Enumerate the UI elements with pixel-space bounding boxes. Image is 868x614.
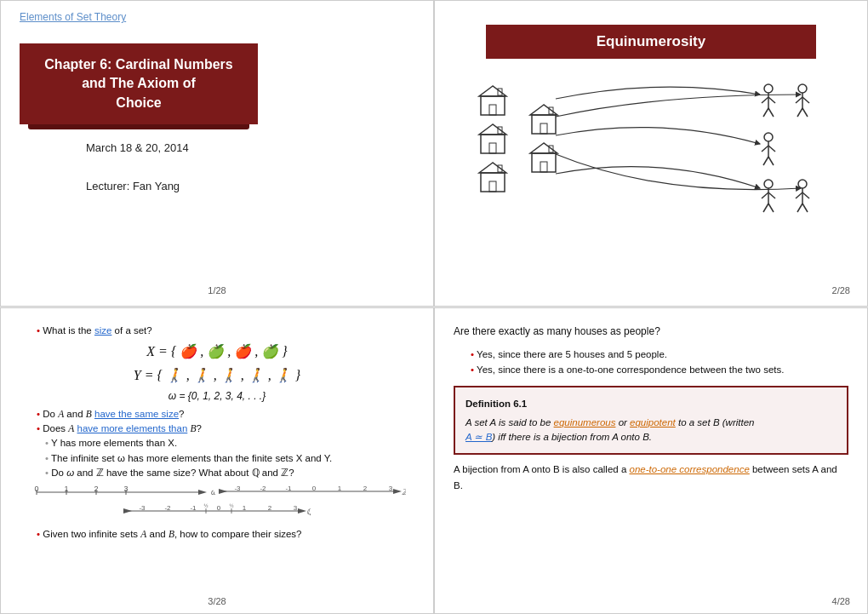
svg-rect-6: [489, 143, 496, 153]
bijection-text1: A bijection from A onto B is also called…: [454, 464, 629, 474]
svg-marker-63: [393, 489, 402, 494]
lecturer-text: Lecturer: Fan Yang: [86, 180, 180, 192]
svg-line-41: [768, 192, 775, 198]
svg-line-23: [768, 97, 775, 103]
svg-rect-2: [489, 105, 496, 115]
svg-line-29: [802, 97, 809, 103]
slide1-page-num: 1/28: [208, 285, 226, 296]
svg-rect-8: [481, 173, 505, 192]
sub-bullet-2: The infinite set ω has more elements tha…: [45, 451, 414, 466]
slide2-page-num: 2/28: [832, 285, 850, 296]
q1-suffix: of a set?: [111, 325, 151, 336]
def-text2: to a set B (written: [676, 417, 755, 428]
slide-2: Equinumerosity: [434, 0, 868, 307]
svg-text:0: 0: [311, 485, 316, 492]
one-to-one-link: one-to-one correspondence: [629, 464, 749, 474]
omega-def: ω = {0, 1, 2, 3, 4, . . .}: [20, 388, 414, 404]
svg-text:-2: -2: [164, 504, 171, 512]
def-title: Definition 6.1: [465, 396, 837, 411]
svg-text:-1: -1: [190, 504, 197, 512]
svg-line-35: [768, 146, 775, 152]
svg-text:0: 0: [217, 504, 221, 512]
slide-1: Elements of Set Theory Chapter 6: Cardin…: [0, 0, 434, 307]
svg-line-36: [763, 157, 768, 165]
svg-text:-3: -3: [139, 504, 146, 512]
svg-text:-2: -2: [260, 485, 266, 492]
slide3-bullets: What is the size of a set?: [37, 324, 414, 338]
title-line2: Choice: [116, 95, 161, 110]
svg-text:½: ½: [229, 503, 233, 508]
slide4-content: Are there exactly as many houses as peop…: [435, 308, 867, 509]
set-y-display: Y = { 🚶 , 🚶 , 🚶 , 🚶 , 🚶 }: [20, 365, 414, 386]
title-line1: Chapter 6: Cardinal Numbers and The Axio…: [44, 57, 232, 90]
slide-3: What is the size of a set? X = { 🍎 , 🍏 ,…: [0, 307, 434, 614]
svg-line-22: [762, 97, 768, 103]
svg-text:-1: -1: [285, 485, 292, 492]
more-elements-question: Does A have more elements than B?: [37, 422, 414, 436]
def-content: A set A is said to be equinumerous or eq…: [465, 416, 837, 445]
svg-text:ℚ: ℚ: [306, 508, 311, 516]
same-size-question: Do A and B have the same size?: [37, 407, 414, 422]
svg-line-47: [802, 192, 809, 198]
svg-line-31: [802, 108, 808, 117]
svg-line-30: [797, 108, 802, 117]
svg-line-43: [768, 204, 774, 212]
slide4-bullets: Yes, since there are 5 houses and 5 peop…: [471, 347, 848, 378]
svg-line-48: [797, 204, 802, 212]
date-text: March 18 & 20, 2014: [86, 141, 189, 154]
svg-marker-74: [298, 508, 306, 514]
svg-line-40: [762, 192, 768, 198]
svg-point-38: [764, 180, 773, 188]
equipotent-term: equipotent: [630, 417, 676, 428]
svg-rect-10: [489, 181, 496, 192]
bullet-5-houses: Yes, since there are 5 houses and 5 peop…: [471, 347, 848, 362]
set-x-display: X = { 🍎 , 🍏 , 🍎 , 🍏 }: [20, 341, 414, 362]
svg-point-44: [798, 180, 807, 188]
svg-text:3: 3: [294, 504, 298, 512]
bijection-paragraph: A bijection from A onto B is also called…: [454, 462, 848, 493]
equinumerous-term: equinumerous: [554, 417, 616, 428]
svg-text:ℤ: ℤ: [402, 488, 406, 496]
svg-text:1: 1: [243, 504, 247, 512]
svg-line-42: [763, 204, 768, 212]
svg-marker-62: [219, 489, 227, 494]
slide4-page-num: 4/28: [832, 596, 850, 606]
svg-line-37: [768, 157, 774, 165]
svg-point-32: [764, 133, 773, 141]
infinite-sets-question: Given two infinite sets A and B, how to …: [37, 527, 414, 542]
bullet-correspondence: Yes, since there is a one-to-one corresp…: [471, 362, 848, 377]
def-text3: A ≃ B) iff there is a bijection from A o…: [465, 432, 652, 442]
svg-rect-14: [540, 123, 547, 134]
svg-rect-12: [532, 115, 556, 134]
svg-rect-16: [532, 153, 556, 172]
same-size-link: have the same size: [94, 409, 179, 419]
svg-rect-18: [540, 162, 547, 172]
sub-bullet-1: Y has more elements than X.: [45, 436, 414, 450]
slide2-header: Equinumerosity: [486, 25, 816, 59]
svg-line-24: [763, 108, 768, 117]
q1-prefix: What is the: [43, 325, 94, 336]
svg-line-46: [796, 192, 802, 198]
svg-line-28: [796, 97, 802, 103]
top-link[interactable]: Elements of Set Theory: [20, 11, 126, 23]
title-box: Chapter 6: Cardinal Numbers and The Axio…: [20, 43, 258, 124]
svg-text:2: 2: [268, 504, 272, 512]
more-elements-link: have more elements than: [77, 423, 188, 433]
houses-diagram: [452, 69, 850, 280]
slide-4: Are there exactly as many houses as peop…: [434, 307, 868, 614]
svg-line-49: [802, 204, 808, 212]
last-bullet: Given two infinite sets A and B, how to …: [37, 527, 414, 542]
sub-bullets: Y has more elements than X. The infinite…: [45, 436, 414, 480]
svg-text:3: 3: [388, 485, 392, 492]
bullet-size-question: What is the size of a set?: [37, 324, 414, 338]
svg-text:-3: -3: [234, 485, 241, 492]
svg-text:½: ½: [203, 503, 208, 508]
svg-line-25: [768, 108, 774, 117]
def-text1: A set A is said to be: [465, 417, 554, 428]
svg-text:2: 2: [363, 485, 367, 492]
definition-box: Definition 6.1 A set A is said to be equ…: [454, 386, 848, 455]
slide3-content: What is the size of a set? X = { 🍎 , 🍏 ,…: [1, 308, 433, 557]
houses-question: Are there exactly as many houses as peop…: [454, 324, 848, 340]
sub-bullet-3: Do ω and ℤ have the same size? What abou…: [45, 466, 414, 480]
svg-line-34: [762, 146, 768, 152]
